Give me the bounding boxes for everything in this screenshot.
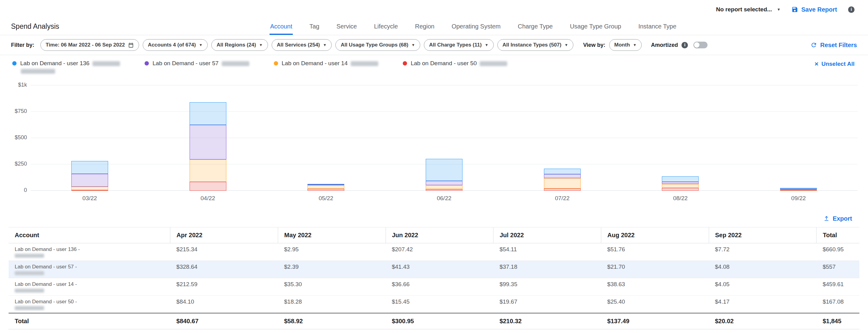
header-row: Spend Analysis AccountTagServiceLifecycl…: [0, 16, 868, 35]
export-button[interactable]: Export: [823, 215, 852, 222]
tabs: AccountTagServiceLifecycleRegionOperatin…: [270, 23, 677, 35]
y-axis-tick-label: $750: [2, 108, 27, 114]
filter-pill-accounts[interactable]: Accounts 4 (of 674)▼: [143, 39, 208, 51]
tab-tag[interactable]: Tag: [309, 23, 320, 35]
value-cell: $84.10: [170, 296, 278, 313]
column-header-total: Total: [816, 227, 860, 243]
tab-instance-type[interactable]: Instance Type: [638, 23, 677, 35]
filter-pill-usage-type-groups[interactable]: All Usage Type Groups (68)▼: [335, 39, 420, 51]
chevron-down-icon: ▼: [564, 43, 568, 47]
bar-segment-lab-on-demand-user-14[interactable]: [544, 178, 581, 189]
stacked-bar-05-22[interactable]: [308, 184, 344, 191]
legend-item-lab-on-demand-user-136[interactable]: Lab on Demand - user 136: [12, 60, 120, 74]
spend-table: AccountApr 2022May 2022Jun 2022Jul 2022A…: [8, 227, 860, 329]
stacked-bar-04-22[interactable]: [190, 102, 226, 191]
bar-segment-lab-on-demand-user-57[interactable]: [426, 181, 463, 185]
report-selector-dropdown[interactable]: No report selected... ▼: [716, 6, 781, 13]
redacted-text: [15, 271, 44, 275]
bar-segment-lab-on-demand-user-57[interactable]: [544, 174, 581, 178]
bar-segment-lab-on-demand-user-136[interactable]: [71, 161, 108, 174]
stacked-bar-03-22[interactable]: [71, 161, 108, 191]
legend-row: Lab on Demand - user 136Lab on Demand - …: [0, 55, 868, 75]
export-label: Export: [833, 215, 852, 222]
stacked-bar-08-22[interactable]: [662, 176, 699, 191]
unselect-all-button[interactable]: ✕ Unselect All: [814, 60, 855, 67]
value-cell: $215.34: [170, 243, 278, 261]
value-cell: $660.95: [816, 243, 860, 261]
bar-segment-lab-on-demand-user-57[interactable]: [662, 182, 699, 184]
tab-lifecycle[interactable]: Lifecycle: [373, 23, 399, 35]
x-axis-tick-label: 09/22: [739, 195, 858, 202]
filter-pill-services[interactable]: All Services (254)▼: [272, 39, 332, 51]
account-cell: Lab on Demand - user 136 -: [8, 243, 170, 261]
filter-pill-instance-types[interactable]: All Instance Types (507)▼: [497, 39, 574, 51]
bar-segment-lab-on-demand-user-136[interactable]: [426, 159, 463, 180]
bar-segment-lab-on-demand-user-50[interactable]: [71, 190, 108, 191]
legend-label: Lab on Demand - user 57: [153, 60, 249, 67]
bar-segment-lab-on-demand-user-50[interactable]: [308, 189, 344, 191]
bar-segment-lab-on-demand-user-14[interactable]: [662, 184, 699, 188]
legend-item-lab-on-demand-user-57[interactable]: Lab on Demand - user 57: [145, 60, 249, 67]
x-axis-tick-label: 06/22: [385, 195, 503, 202]
amortized-toggle[interactable]: [693, 42, 708, 48]
bar-segment-lab-on-demand-user-136[interactable]: [544, 169, 581, 174]
tab-account[interactable]: Account: [270, 23, 293, 35]
bar-segment-lab-on-demand-user-50[interactable]: [190, 182, 226, 191]
filter-pill-label: All Services (254): [277, 42, 320, 48]
view-by-month-dropdown[interactable]: Month ▼: [609, 39, 642, 51]
filter-pills: Time: 06 Mar 2022 - 06 Sep 2022Accounts …: [40, 39, 574, 51]
filter-pill-time[interactable]: Time: 06 Mar 2022 - 06 Sep 2022: [40, 39, 139, 51]
bar-segment-lab-on-demand-user-14[interactable]: [190, 160, 226, 182]
redacted-text: [93, 61, 120, 66]
bar-segment-lab-on-demand-user-57[interactable]: [190, 125, 226, 160]
x-axis-tick-label: 08/22: [621, 195, 740, 202]
legend-item-lab-on-demand-user-14[interactable]: Lab on Demand - user 14: [274, 60, 378, 67]
bar-segment-lab-on-demand-user-136[interactable]: [662, 176, 699, 182]
value-cell: $7.72: [709, 243, 816, 261]
bar-segment-lab-on-demand-user-14[interactable]: [71, 187, 108, 190]
save-report-button[interactable]: Save Report: [792, 6, 837, 13]
redacted-text: [222, 61, 249, 66]
calendar-icon: [128, 42, 134, 48]
redacted-text: [351, 61, 378, 66]
total-value-cell: $20.02: [709, 313, 816, 329]
tab-service[interactable]: Service: [336, 23, 358, 35]
value-cell: $2.95: [278, 243, 386, 261]
value-cell: $212.59: [170, 278, 278, 296]
value-cell: $207.42: [385, 243, 493, 261]
filter-by-label: Filter by:: [11, 42, 34, 48]
table-row-lab-on-demand-user-57: Lab on Demand - user 57 -$328.64$2.39$41…: [8, 261, 860, 278]
bar-segment-lab-on-demand-user-136[interactable]: [190, 102, 226, 125]
value-cell: $167.08: [816, 296, 860, 313]
bar-segment-lab-on-demand-user-50[interactable]: [426, 189, 463, 191]
filter-pill-label: Accounts 4 (of 674): [148, 42, 196, 48]
redacted-text: [15, 306, 44, 310]
stacked-bar-07-22[interactable]: [544, 169, 581, 191]
bar-segment-lab-on-demand-user-50[interactable]: [780, 190, 817, 191]
total-value-cell: $840.67: [170, 313, 278, 329]
bar-segment-lab-on-demand-user-50[interactable]: [662, 188, 699, 191]
redacted-text: [21, 69, 55, 74]
reset-filters-button[interactable]: Reset Filters: [810, 42, 857, 49]
tab-operating-system[interactable]: Operating System: [451, 23, 501, 35]
bar-segment-lab-on-demand-user-57[interactable]: [71, 174, 108, 187]
tab-region[interactable]: Region: [414, 23, 435, 35]
bar-segment-lab-on-demand-user-14[interactable]: [308, 185, 344, 189]
report-selector-label: No report selected...: [716, 6, 772, 13]
filter-pill-regions[interactable]: All Regions (24)▼: [211, 39, 268, 51]
view-by-value: Month: [614, 42, 630, 48]
bar-segment-lab-on-demand-user-50[interactable]: [544, 189, 581, 191]
info-icon[interactable]: i: [848, 6, 855, 13]
tab-charge-type[interactable]: Charge Type: [517, 23, 553, 35]
bar-segment-lab-on-demand-user-14[interactable]: [426, 185, 463, 189]
stacked-bar-06-22[interactable]: [426, 159, 463, 191]
legend-color-dot: [145, 61, 149, 66]
stacked-bar-09-22[interactable]: [780, 188, 817, 191]
filter-pill-charge-types[interactable]: All Charge Types (11)▼: [424, 39, 494, 51]
tab-usage-type-group[interactable]: Usage Type Group: [569, 23, 622, 35]
chevron-down-icon: ▼: [259, 43, 263, 47]
legend-item-lab-on-demand-user-50[interactable]: Lab on Demand - user 50: [403, 60, 507, 67]
save-icon: [792, 6, 798, 13]
x-axis-tick-label: 05/22: [267, 195, 385, 202]
info-icon[interactable]: i: [681, 42, 688, 48]
